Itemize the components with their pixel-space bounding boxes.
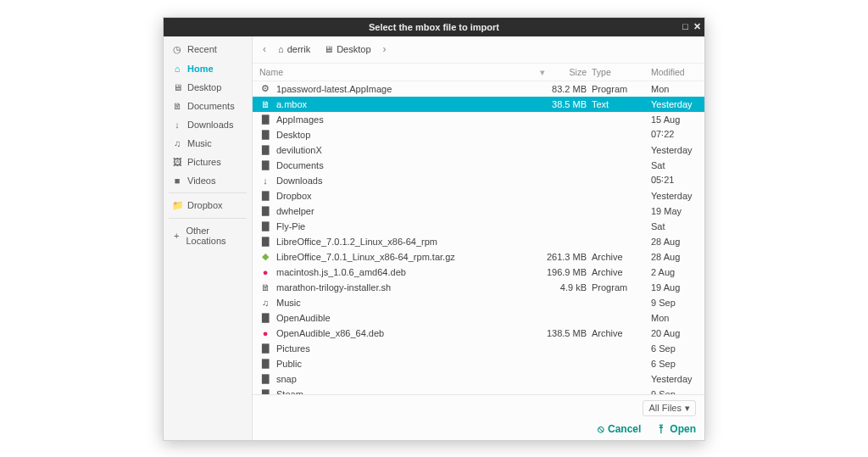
- file-modified: 07∶22: [651, 129, 698, 140]
- place-icon: ◷: [172, 44, 182, 55]
- file-row[interactable]: ●macintosh.js_1.0.6_amd64.deb196.9 MBArc…: [253, 265, 704, 280]
- dialog-body: ◷Recent⌂Home🖥Desktop🗎Documents↓Downloads…: [164, 36, 704, 440]
- file-row[interactable]: ◆LibreOffice_7.0.1_Linux_x86-64_rpm.tar.…: [253, 249, 704, 265]
- header-modified[interactable]: Modified: [651, 67, 698, 77]
- file-row[interactable]: ▇dwhelper19 May: [253, 203, 704, 219]
- file-type: Archive: [592, 252, 651, 262]
- file-modified: 6 Sep: [651, 343, 698, 354]
- file-modified: 19 May: [651, 206, 698, 216]
- file-name: OpenAudible_x86_64.deb: [276, 328, 545, 338]
- open-icon: ⭱: [656, 423, 666, 435]
- sidebar-item-music[interactable]: ♫Music: [164, 134, 252, 153]
- file-name: OpenAudible: [276, 313, 545, 323]
- breadcrumb-derrik[interactable]: ⌂derrik: [273, 42, 315, 57]
- file-type: Program: [592, 84, 651, 94]
- crumb-icon: ⌂: [278, 44, 284, 54]
- file-modified: 28 Aug: [651, 252, 698, 262]
- file-icon: ●: [259, 267, 271, 277]
- file-modified: Sat: [651, 221, 698, 231]
- file-row[interactable]: ●OpenAudible_x86_64.deb138.5 MBArchive20…: [253, 326, 704, 341]
- file-name: Dropbox: [276, 191, 545, 201]
- file-modified: Yesterday: [651, 374, 698, 384]
- cancel-icon: ⦸: [598, 423, 604, 435]
- file-row[interactable]: ▇Desktop07∶22: [253, 127, 704, 142]
- file-size: 138.5 MB: [545, 328, 592, 338]
- sidebar-item-home[interactable]: ⌂Home: [164, 59, 252, 78]
- file-name: macintosh.js_1.0.6_amd64.deb: [276, 267, 545, 277]
- file-row[interactable]: ▇AppImages15 Aug: [253, 112, 704, 127]
- breadcrumb: ⌂derrik🖥Desktop: [273, 42, 376, 57]
- folder-icon: ▇: [259, 236, 271, 247]
- file-row[interactable]: ▇LibreOffice_7.0.1.2_Linux_x86-64_rpm28 …: [253, 234, 704, 249]
- sidebar-item-desktop[interactable]: 🖥Desktop: [164, 78, 252, 97]
- file-modified: Yesterday: [651, 191, 698, 201]
- path-forward-button[interactable]: ›: [380, 43, 390, 55]
- file-row[interactable]: ▇Fly-PieSat: [253, 219, 704, 234]
- file-modified: Mon: [651, 313, 698, 323]
- file-list[interactable]: ⚙1password-latest.AppImage83.2 MBProgram…: [253, 81, 704, 394]
- place-icon: ↓: [172, 120, 182, 130]
- file-row[interactable]: 🗎marathon-trilogy-installer.sh4.9 kBProg…: [253, 280, 704, 295]
- file-row[interactable]: ▇OpenAudibleMon: [253, 310, 704, 326]
- open-label: Open: [670, 423, 696, 435]
- file-row[interactable]: ⚙1password-latest.AppImage83.2 MBProgram…: [253, 81, 704, 97]
- file-row[interactable]: ▇DropboxYesterday: [253, 188, 704, 203]
- sidebar-item-downloads[interactable]: ↓Downloads: [164, 115, 252, 134]
- sidebar-item-recent[interactable]: ◷Recent: [164, 40, 252, 59]
- file-name: snap: [276, 374, 545, 384]
- window-controls: □ ✕: [682, 22, 701, 31]
- file-row[interactable]: ▇Steam9 Sep: [253, 387, 704, 394]
- open-button[interactable]: ⭱ Open: [656, 423, 696, 435]
- file-row[interactable]: 🗎a.mbox38.5 MBTextYesterday: [253, 97, 704, 112]
- file-row[interactable]: ▇devilutionXYesterday: [253, 142, 704, 158]
- place-icon: 🗎: [172, 101, 182, 111]
- file-modified: 28 Aug: [651, 237, 698, 247]
- file-row[interactable]: ▇Public6 Sep: [253, 356, 704, 371]
- file-name: Music: [276, 298, 545, 308]
- file-name: LibreOffice_7.0.1.2_Linux_x86-64_rpm: [276, 237, 545, 247]
- path-back-button[interactable]: ‹: [259, 43, 270, 55]
- sidebar-item-other-locations[interactable]: +Other Locations: [164, 221, 252, 250]
- sidebar-item-videos[interactable]: ■Videos: [164, 171, 252, 190]
- file-modified: 6 Sep: [651, 359, 698, 369]
- file-name: Fly-Pie: [276, 221, 545, 231]
- file-modified: 9 Sep: [651, 298, 698, 308]
- column-headers: Name ▾ Size Type Modified: [253, 64, 704, 81]
- file-row[interactable]: ♫Music9 Sep: [253, 295, 704, 310]
- header-name[interactable]: Name ▾: [259, 67, 545, 77]
- sidebar-item-dropbox[interactable]: 📁Dropbox: [164, 196, 252, 215]
- file-row[interactable]: ↓Downloads05∶21: [253, 173, 704, 188]
- file-icon: ↓: [259, 176, 271, 186]
- file-icon: ⚙: [259, 83, 271, 94]
- file-row[interactable]: ▇snapYesterday: [253, 371, 704, 387]
- file-name: Desktop: [276, 130, 545, 140]
- header-type[interactable]: Type: [592, 67, 651, 77]
- file-name: Downloads: [276, 176, 545, 186]
- file-name: 1password-latest.AppImage: [276, 84, 545, 94]
- file-row[interactable]: ▇Pictures6 Sep: [253, 341, 704, 356]
- file-modified: 19 Aug: [651, 282, 698, 293]
- file-size: 196.9 MB: [545, 267, 592, 277]
- place-icon: ⌂: [172, 64, 182, 74]
- place-icon: ■: [172, 176, 182, 186]
- sidebar-item-documents[interactable]: 🗎Documents: [164, 97, 252, 115]
- cancel-button[interactable]: ⦸ Cancel: [598, 423, 641, 435]
- file-icon: ♫: [259, 298, 271, 308]
- close-button[interactable]: ✕: [693, 22, 701, 31]
- header-size[interactable]: Size: [545, 67, 592, 77]
- file-size: 4.9 kB: [545, 282, 592, 293]
- folder-icon: ▇: [259, 373, 271, 384]
- file-type-filter[interactable]: All Files ▾: [643, 400, 696, 416]
- sidebar-item-pictures[interactable]: 🖼Pictures: [164, 153, 252, 171]
- file-modified: 05∶21: [651, 175, 698, 186]
- file-modified: Sat: [651, 160, 698, 170]
- file-row[interactable]: ▇DocumentsSat: [253, 158, 704, 173]
- maximize-button[interactable]: □: [682, 22, 688, 31]
- crumb-label: derrik: [287, 44, 311, 54]
- crumb-label: Desktop: [337, 44, 370, 54]
- places-sidebar: ◷Recent⌂Home🖥Desktop🗎Documents↓Downloads…: [164, 36, 253, 440]
- cancel-label: Cancel: [608, 423, 641, 435]
- file-modified: Mon: [651, 84, 698, 94]
- sidebar-item-label: Pictures: [187, 157, 221, 167]
- breadcrumb-desktop[interactable]: 🖥Desktop: [319, 42, 376, 57]
